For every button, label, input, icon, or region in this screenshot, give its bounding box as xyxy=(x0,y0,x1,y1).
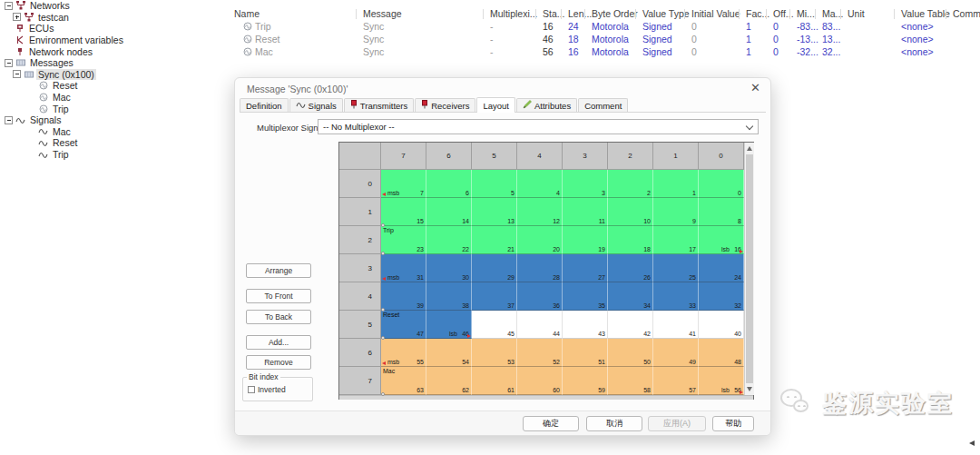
bit-cell-37[interactable]: 37 xyxy=(472,282,517,311)
bit-cell-16[interactable]: 16lsb xyxy=(699,226,744,254)
bit-cell-8[interactable]: 8 xyxy=(699,198,744,226)
bit-cell-52[interactable]: 52 xyxy=(517,339,563,367)
drag-handle[interactable] xyxy=(381,392,385,396)
tab-attributes[interactable]: Attributes xyxy=(516,98,577,112)
bit-cell-56[interactable]: 56lsb xyxy=(699,367,744,395)
scroll-up-icon[interactable] xyxy=(745,143,754,154)
drag-handle[interactable] xyxy=(381,252,385,255)
add-button[interactable]: Add... xyxy=(246,335,311,350)
bit-cell-61[interactable]: 61 xyxy=(472,367,517,395)
drag-handle[interactable] xyxy=(381,308,385,312)
bit-cell-47[interactable]: 47Reset xyxy=(381,311,426,339)
bit-cell-38[interactable]: 38 xyxy=(426,282,472,311)
bit-cell-15[interactable]: 15 xyxy=(381,198,426,226)
bit-cell-1[interactable]: 1 xyxy=(653,170,699,198)
bit-cell-54[interactable]: 54 xyxy=(426,339,472,367)
tab-transmitters[interactable]: Transmitters xyxy=(344,98,414,112)
tree-item-mac[interactable]: Mac xyxy=(0,126,229,138)
column-header-multiplexing[interactable]: Multiplexi... xyxy=(490,8,538,19)
column-header-comment[interactable]: Comm xyxy=(953,8,980,19)
bit-cell-33[interactable]: 33 xyxy=(653,282,699,311)
tab-definition[interactable]: Definition xyxy=(240,98,289,112)
table-row-mac[interactable]: MacSync-5616MotorolaSigned010-32...32...… xyxy=(0,46,980,58)
bit-cell-44[interactable]: 44 xyxy=(517,311,563,339)
bit-cell-19[interactable]: 19 xyxy=(563,226,608,254)
column-header-length[interactable]: Len... xyxy=(568,8,592,19)
collapse-icon[interactable] xyxy=(5,116,13,124)
column-header-byteorder[interactable]: Byte Order xyxy=(592,8,638,19)
drag-handle[interactable] xyxy=(381,223,385,227)
scroll-down-icon[interactable] xyxy=(745,383,754,395)
bit-cell-21[interactable]: 21 xyxy=(472,226,517,254)
table-row-reset[interactable]: ResetSync-4618MotorolaSigned010-13...13.… xyxy=(0,34,980,45)
bit-cell-4[interactable]: 4 xyxy=(517,170,563,198)
bit-cell-22[interactable]: 22 xyxy=(426,226,472,254)
bit-cell-36[interactable]: 36 xyxy=(517,282,563,311)
bit-cell-51[interactable]: 51 xyxy=(563,339,608,367)
tree-item-mac[interactable]: Mac xyxy=(0,92,229,104)
tree-item-trip[interactable]: Trip xyxy=(0,149,229,161)
column-header-message[interactable]: Message xyxy=(363,8,402,19)
bit-cell-50[interactable]: 50 xyxy=(608,339,653,367)
bit-cell-13[interactable]: 13 xyxy=(472,198,517,226)
bit-cell-59[interactable]: 59 xyxy=(563,367,608,395)
bit-cell-41[interactable]: 41 xyxy=(653,311,699,339)
column-header-valuetable[interactable]: Value Table xyxy=(901,8,950,19)
column-header-min[interactable]: Mi... xyxy=(797,8,815,19)
to-back-button[interactable]: To Back xyxy=(246,310,311,324)
scrollbar-thumb[interactable] xyxy=(746,154,753,383)
bit-cell-27[interactable]: 27 xyxy=(563,254,608,282)
bit-cell-63[interactable]: 63Mac xyxy=(381,367,426,395)
inverted-checkbox[interactable] xyxy=(248,386,255,393)
bit-cell-20[interactable]: 20 xyxy=(517,226,563,254)
bit-cell-49[interactable]: 49 xyxy=(653,339,699,367)
ok-button[interactable]: 确定 xyxy=(523,416,579,431)
bit-cell-29[interactable]: 29 xyxy=(472,254,517,282)
bit-cell-53[interactable]: 53 xyxy=(472,339,517,367)
help-button[interactable]: 帮助 xyxy=(712,416,754,431)
bit-cell-43[interactable]: 43 xyxy=(563,311,608,339)
bit-cell-58[interactable]: 58 xyxy=(608,367,653,395)
bit-cell-39[interactable]: 39 xyxy=(381,282,426,311)
bit-cell-35[interactable]: 35 xyxy=(563,282,608,311)
bit-cell-10[interactable]: 10 xyxy=(608,198,653,226)
bit-cell-3[interactable]: 3 xyxy=(563,170,608,198)
column-header-valuetype[interactable]: Value Type xyxy=(642,8,690,19)
tree-item-reset[interactable]: Reset xyxy=(0,137,229,149)
bit-cell-26[interactable]: 26 xyxy=(608,254,653,282)
close-icon[interactable]: ✕ xyxy=(750,81,760,94)
tree-item-trip[interactable]: Trip xyxy=(0,103,229,114)
bit-cell-9[interactable]: 9 xyxy=(653,198,699,226)
bit-cell-34[interactable]: 34 xyxy=(608,282,653,311)
bit-cell-0[interactable]: 0 xyxy=(699,170,744,198)
tree-item-reset[interactable]: Reset xyxy=(0,80,229,92)
bit-cell-7[interactable]: 7msb xyxy=(381,170,426,198)
column-header-initialvalue[interactable]: Initial Value xyxy=(691,8,740,19)
bit-cell-57[interactable]: 57 xyxy=(653,367,699,395)
bit-cell-28[interactable]: 28 xyxy=(517,254,563,282)
tab-layout[interactable]: Layout xyxy=(476,97,515,113)
tree-item-sync-0x100[interactable]: Sync (0x100) xyxy=(0,69,229,81)
remove-button[interactable]: Remove xyxy=(246,355,311,370)
bit-cell-30[interactable]: 30 xyxy=(426,254,472,282)
bit-cell-6[interactable]: 6 xyxy=(426,170,472,198)
bit-cell-11[interactable]: 11 xyxy=(563,198,608,226)
multiplexor-select[interactable]: -- No Multiplexor -- xyxy=(318,119,759,134)
tab-receivers[interactable]: Receivers xyxy=(415,98,475,112)
tab-signals[interactable]: Signals xyxy=(289,98,343,112)
bit-cell-62[interactable]: 62 xyxy=(426,367,472,395)
bit-cell-46[interactable]: 46lsb xyxy=(426,311,472,339)
to-front-button[interactable]: To Front xyxy=(246,289,311,303)
bit-cell-18[interactable]: 18 xyxy=(608,226,653,254)
bit-cell-55[interactable]: 55msb xyxy=(381,339,426,367)
bit-cell-17[interactable]: 17 xyxy=(653,226,699,254)
bit-cell-2[interactable]: 2 xyxy=(608,170,653,198)
column-header-unit[interactable]: Unit xyxy=(848,8,865,19)
drag-handle[interactable] xyxy=(381,336,385,340)
tree-item-signals[interactable]: Signals xyxy=(0,114,229,126)
bit-cell-31[interactable]: 31msb xyxy=(381,254,426,282)
bit-cell-45[interactable]: 45 xyxy=(472,311,517,339)
grid-vertical-scrollbar[interactable] xyxy=(744,143,754,395)
cancel-button[interactable]: 取消 xyxy=(586,416,642,431)
bit-cell-25[interactable]: 25 xyxy=(653,254,699,282)
